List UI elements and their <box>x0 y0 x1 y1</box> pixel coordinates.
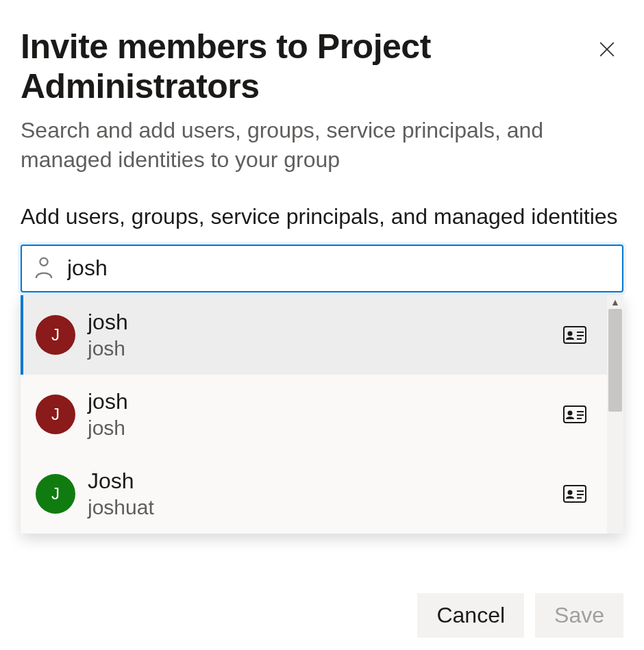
scroll-up-arrow[interactable]: ▲ <box>610 295 620 309</box>
panel-header: Invite members to Project Administrators <box>21 27 623 106</box>
avatar: J <box>36 474 75 514</box>
option-subtext: josh <box>88 336 563 362</box>
contact-card-icon <box>563 326 586 344</box>
search-dropdown: JjoshjoshJjoshjoshJJoshjoshuat ▲ <box>21 295 623 534</box>
contact-card-icon <box>563 405 586 423</box>
scroll-thumb[interactable] <box>608 309 622 412</box>
search-input[interactable] <box>53 255 610 281</box>
cancel-button[interactable]: Cancel <box>417 593 524 638</box>
search-box[interactable] <box>21 245 623 292</box>
invite-members-panel: Invite members to Project Administrators… <box>0 0 644 650</box>
option-name: josh <box>88 308 563 336</box>
search-field: JjoshjoshJjoshjoshJJoshjoshuat ▲ <box>21 245 623 534</box>
svg-point-14 <box>568 490 573 495</box>
user-option[interactable]: JJoshjoshuat <box>21 454 607 534</box>
save-button[interactable]: Save <box>535 593 623 638</box>
search-field-label: Add users, groups, service principals, a… <box>21 202 623 232</box>
panel-title: Invite members to Project Administrators <box>21 27 591 106</box>
contact-card-icon <box>563 485 586 503</box>
avatar: J <box>36 395 75 434</box>
scrollbar[interactable]: ▲ <box>607 295 623 534</box>
option-name: josh <box>88 388 563 415</box>
option-text: joshjosh <box>88 388 563 441</box>
panel-subtitle: Search and add users, groups, service pr… <box>21 116 623 175</box>
svg-point-2 <box>40 258 47 265</box>
close-button[interactable] <box>591 33 623 66</box>
option-subtext: joshuat <box>88 495 563 521</box>
user-option[interactable]: Jjoshjosh <box>21 375 607 454</box>
option-name: Josh <box>88 467 563 495</box>
user-option[interactable]: Jjoshjosh <box>21 295 607 375</box>
panel-footer: Cancel Save <box>417 593 623 638</box>
option-subtext: josh <box>88 415 563 441</box>
svg-point-4 <box>568 331 573 336</box>
option-text: Joshjoshuat <box>88 467 563 521</box>
option-list: JjoshjoshJjoshjoshJJoshjoshuat <box>21 295 607 534</box>
option-text: joshjosh <box>88 308 563 362</box>
avatar: J <box>36 315 75 355</box>
close-icon <box>597 40 617 59</box>
person-icon <box>34 257 53 280</box>
svg-point-9 <box>568 410 573 415</box>
